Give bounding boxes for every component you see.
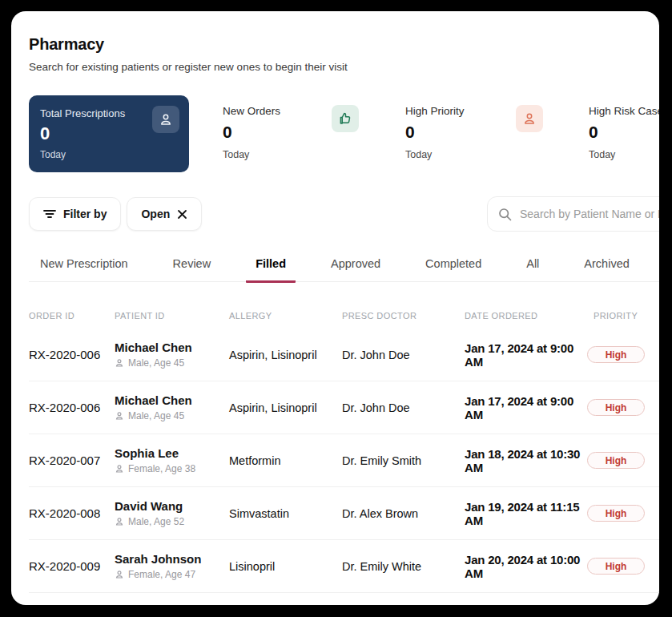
priority-cell: High bbox=[594, 505, 659, 522]
stat-text: High Risk Cases 0 Today bbox=[589, 105, 659, 160]
stat-card-high-priority[interactable]: High Priority 0 Today bbox=[405, 95, 589, 172]
table-row[interactable]: RX-2020-006 Michael Chen Male, Age 45 As… bbox=[29, 329, 659, 381]
presc-doctor: Dr. John Doe bbox=[342, 349, 465, 361]
filter-icon bbox=[43, 208, 56, 220]
pharmacy-panel: Pharmacy Search for existing patients or… bbox=[11, 11, 659, 605]
presc-doctor: Dr. Emily Smith bbox=[342, 454, 465, 467]
col-header-patient-id: PATIENT ID bbox=[115, 311, 229, 321]
patient-name: Sophia Lee bbox=[115, 446, 229, 460]
stat-value: 0 bbox=[405, 123, 465, 142]
user-icon bbox=[152, 106, 179, 133]
patient-meta-text: Male, Age 52 bbox=[128, 516, 184, 527]
order-id: RX-2020-006 bbox=[29, 401, 115, 414]
person-icon bbox=[115, 570, 124, 579]
patient-name: David Wang bbox=[115, 499, 229, 513]
stat-period: Today bbox=[40, 149, 178, 160]
table-row[interactable]: RX-2020-007 Sophia Lee Female, Age 38 Me… bbox=[29, 434, 659, 487]
patient-meta: Male, Age 45 bbox=[115, 357, 229, 369]
stat-card-new-orders[interactable]: New Orders 0 Today bbox=[223, 95, 405, 172]
person-icon bbox=[115, 464, 124, 474]
col-header-date-ordered: DATE ORDERED bbox=[465, 311, 594, 321]
date-ordered: Jan 17, 2024 at 9:00 AM bbox=[465, 341, 594, 369]
patient-cell: David Wang Male, Age 52 bbox=[115, 499, 229, 527]
tab-completed[interactable]: Completed bbox=[424, 257, 483, 281]
person-icon bbox=[115, 411, 124, 421]
order-id: RX-2020-006 bbox=[29, 348, 115, 361]
priority-cell: High bbox=[594, 558, 659, 575]
active-filter-chip-open[interactable]: Open bbox=[127, 197, 202, 231]
stat-label: New Orders bbox=[223, 105, 280, 117]
patient-search[interactable] bbox=[487, 196, 659, 232]
prescription-list: RX-2020-006 Michael Chen Male, Age 45 As… bbox=[29, 329, 659, 593]
presc-doctor: Dr. Emily White bbox=[342, 560, 465, 573]
stat-period: Today bbox=[405, 149, 465, 160]
priority-badge: High bbox=[587, 558, 645, 575]
thumbs-up-icon bbox=[332, 105, 359, 132]
order-id: RX-2020-009 bbox=[29, 559, 115, 573]
person-icon bbox=[115, 517, 124, 526]
stat-card-high-risk-cases[interactable]: High Risk Cases 0 Today bbox=[589, 95, 659, 172]
stat-period: Today bbox=[589, 149, 659, 160]
tab-review[interactable]: Review bbox=[171, 257, 213, 281]
allergy: Simvastatin bbox=[229, 507, 342, 520]
stats-row: Total Prescriptions 0 Today New Orders 0… bbox=[29, 95, 659, 172]
col-header-presc-doctor: PRESC DOCTOR bbox=[342, 311, 465, 321]
app-frame: Pharmacy Search for existing patients or… bbox=[0, 0, 672, 617]
patient-cell: Sarah Johnson Female, Age 47 bbox=[115, 552, 229, 580]
allergy: Lisinopril bbox=[229, 560, 342, 573]
filter-by-button[interactable]: Filter by bbox=[29, 197, 121, 231]
tab-archived[interactable]: Archived bbox=[582, 257, 630, 281]
priority-cell: High bbox=[594, 346, 659, 363]
tab-filled[interactable]: Filled bbox=[246, 257, 296, 283]
stat-card-total-prescriptions[interactable]: Total Prescriptions 0 Today bbox=[29, 95, 189, 172]
stat-label: High Risk Cases bbox=[589, 105, 659, 117]
user-icon bbox=[516, 105, 543, 132]
priority-badge: High bbox=[587, 452, 645, 469]
patient-cell: Michael Chen Male, Age 45 bbox=[115, 341, 229, 369]
tab-all[interactable]: All bbox=[525, 257, 541, 281]
presc-doctor: Dr. Alex Brown bbox=[342, 507, 465, 520]
patient-cell: Michael Chen Male, Age 45 bbox=[115, 393, 229, 421]
stat-value: 0 bbox=[589, 123, 659, 142]
tab-new-prescription[interactable]: New Prescription bbox=[38, 257, 130, 281]
order-id: RX-2020-008 bbox=[29, 506, 115, 520]
priority-badge: High bbox=[587, 399, 645, 416]
patient-meta-text: Female, Age 47 bbox=[128, 569, 195, 580]
patient-cell: Sophia Lee Female, Age 38 bbox=[115, 446, 229, 474]
page-subtitle: Search for existing patients or register… bbox=[29, 61, 659, 73]
order-id: RX-2020-007 bbox=[29, 454, 115, 467]
allergy: Aspirin, Lisinopril bbox=[229, 401, 342, 414]
filter-row: Filter by Open bbox=[29, 196, 659, 232]
date-ordered: Jan 19, 2024 at 11:15 AM bbox=[465, 500, 594, 527]
col-header-order-id: ORDER ID bbox=[29, 311, 115, 321]
presc-doctor: Dr. John Doe bbox=[342, 401, 465, 414]
active-filter-label: Open bbox=[141, 208, 170, 220]
patient-meta: Male, Age 52 bbox=[115, 516, 229, 527]
date-ordered: Jan 20, 2024 at 10:00 AM bbox=[465, 553, 594, 580]
stat-period: Today bbox=[223, 149, 280, 160]
table-row[interactable]: RX-2020-006 Michael Chen Male, Age 45 As… bbox=[29, 381, 659, 434]
patient-name: Sarah Johnson bbox=[115, 552, 229, 566]
tab-approved[interactable]: Approved bbox=[329, 257, 382, 281]
patient-meta-text: Male, Age 45 bbox=[128, 357, 184, 369]
col-header-allergy: ALLERGY bbox=[229, 311, 342, 321]
stat-value: 0 bbox=[223, 123, 280, 142]
table-row[interactable]: RX-2020-008 David Wang Male, Age 52 Simv… bbox=[29, 487, 659, 540]
allergy: Aspirin, Lisinopril bbox=[229, 349, 342, 361]
patient-meta: Female, Age 38 bbox=[115, 463, 229, 474]
priority-cell: High bbox=[594, 452, 659, 469]
patient-meta: Male, Age 45 bbox=[115, 410, 229, 421]
patient-meta: Female, Age 47 bbox=[115, 569, 229, 580]
priority-cell: High bbox=[594, 399, 659, 416]
patient-name: Michael Chen bbox=[115, 393, 229, 407]
search-input[interactable] bbox=[520, 208, 659, 220]
date-ordered: Jan 17, 2024 at 9:00 AM bbox=[465, 394, 594, 421]
search-icon bbox=[498, 208, 512, 221]
table-header: ORDER ID PATIENT ID ALLERGY PRESC DOCTOR… bbox=[29, 311, 659, 321]
allergy: Metformin bbox=[229, 454, 342, 467]
close-icon[interactable] bbox=[177, 209, 187, 220]
filter-by-label: Filter by bbox=[63, 208, 107, 220]
date-ordered: Jan 18, 2024 at 10:30 AM bbox=[465, 447, 594, 474]
stat-label: High Priority bbox=[405, 105, 465, 117]
table-row[interactable]: RX-2020-009 Sarah Johnson Female, Age 47… bbox=[29, 540, 659, 593]
